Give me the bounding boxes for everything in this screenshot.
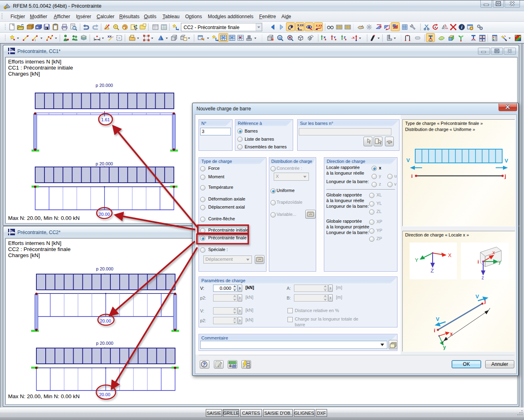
svg-text:-X: -X [351,36,355,40]
svg-text:y: y [499,259,501,265]
svg-text:p 20.000: p 20.000 [96,161,113,166]
svg-text:V: V [436,316,439,322]
svg-text:00: 00 [232,364,236,368]
svg-text:CC2 : Précontrainte finale: CC2 : Précontrainte finale [8,246,71,252]
svg-text:p 20.000: p 20.000 [96,266,114,271]
svg-text:X.XX: X.XX [316,24,322,27]
svg-text:20.00: 20.00 [100,319,111,323]
svg-text:V: V [505,158,508,164]
svg-text:Distribution de charge « Unifo: Distribution de charge « Uniforme » [405,127,475,132]
svg-text:Z: Z [344,36,346,39]
svg-text:20.00: 20.00 [99,392,110,397]
svg-text:Max N: 20.00, Min N: 0.00 kN: Max N: 20.00, Min N: 0.00 kN [8,215,80,221]
svg-text:Efforts internes N [kN]: Efforts internes N [kN] [8,59,61,65]
svg-text:p 20.000: p 20.000 [96,83,113,88]
svg-text:Max N: 20.00, Min N: 0.00 kN: Max N: 20.00, Min N: 0.00 kN [8,393,80,399]
svg-text:i: i [478,259,479,265]
svg-text:Charges [kN]: Charges [kN] [8,71,40,77]
svg-text:Type de charge « Précontrainte: Type de charge « Précontrainte finale » [405,121,483,126]
svg-text:1.61: 1.61 [101,117,110,122]
svg-text:Z: Z [431,268,434,274]
svg-text:Q: Q [279,36,281,40]
svg-text:Y: Y [415,257,418,263]
svg-text:X.XX: X.XX [297,24,304,27]
svg-text:S: S [4,7,6,9]
svg-text:20.00: 20.00 [99,212,110,217]
svg-text:Y: Y [334,36,336,39]
svg-text:p 20.000: p 20.000 [96,341,114,346]
svg-text:?: ? [203,362,206,367]
svg-text:Direction de charge « Locale x: Direction de charge « Locale x » [405,232,469,237]
svg-text:CC2 - Précontrainte finale: CC2 - Précontrainte finale [184,25,239,30]
svg-text:CC1 : Précontrainte initiale: CC1 : Précontrainte initiale [8,65,73,71]
svg-text:Charges [kN]: Charges [kN] [8,252,40,258]
svg-text:X: X [323,36,326,39]
svg-text:z: z [482,275,484,281]
svg-text:Efforts internes N [kN]: Efforts internes N [kN] [8,240,61,246]
svg-text:i: i [411,173,413,179]
svg-text:y: y [443,344,446,350]
svg-text:x: x [492,250,495,255]
svg-text:X: X [448,252,452,258]
svg-text:V: V [475,293,479,300]
svg-text:i: i [434,327,435,333]
svg-text:I: I [35,39,36,42]
svg-text:j: j [504,173,506,179]
svg-text:V: V [406,157,410,163]
